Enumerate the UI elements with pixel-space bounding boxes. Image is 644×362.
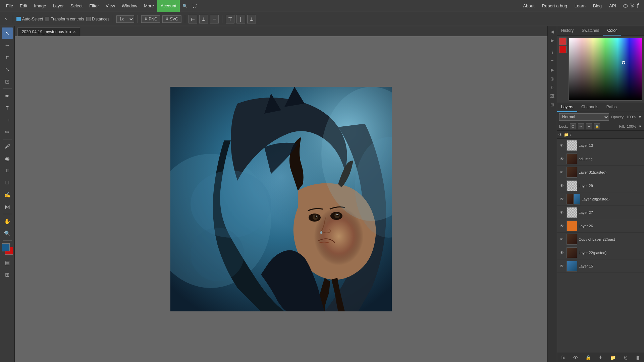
menu-file[interactable]: File — [3, 0, 16, 12]
crop-button[interactable]: ⊡ — [2, 76, 13, 87]
pen-button[interactable]: ✍ — [2, 189, 13, 200]
paths-tab[interactable]: Paths — [602, 103, 621, 112]
color-picker-canvas[interactable] — [569, 38, 642, 101]
fill-button[interactable]: ◉ — [2, 153, 13, 164]
menu-select[interactable]: Select — [67, 0, 86, 12]
png-export-button[interactable]: ⬇ PNG — [141, 15, 160, 23]
gradient-tool-button[interactable]: ▤ — [2, 257, 13, 268]
svg-export-button[interactable]: ⬇ SVG — [162, 15, 181, 23]
layer-visibility-toggle[interactable]: 👁 — [558, 263, 565, 269]
css-panel-icon[interactable]: {} — [548, 83, 556, 91]
fullscreen-icon[interactable]: ⛶ — [191, 2, 199, 10]
color-preview[interactable] — [2, 243, 13, 255]
canvas-tab[interactable]: 2020-04-19_mysterious-kra × — [17, 27, 80, 36]
layer-item[interactable]: 👁 Layer 27 — [557, 206, 644, 219]
canvas-viewport[interactable] — [15, 36, 547, 362]
distances-checkbox[interactable] — [86, 17, 91, 21]
layer-visibility-toggle[interactable]: 👁 — [558, 156, 565, 162]
layer-visibility-toggle[interactable]: 👁 — [558, 209, 565, 216]
reddit-icon[interactable]: ⬭ — [623, 2, 628, 9]
layer-copy-btn[interactable]: ⎘ — [622, 354, 629, 361]
menu-report-bug[interactable]: Report a bug — [539, 0, 571, 12]
folder-path-icon[interactable]: 📁 — [564, 132, 569, 137]
lock-position-btn[interactable]: + — [586, 123, 592, 129]
zoom-tool-button[interactable]: 🔍 — [2, 228, 13, 239]
info-panel-icon[interactable]: ℹ — [548, 48, 556, 56]
swatches-tab[interactable]: Swatches — [578, 26, 603, 35]
layers-panel-icon[interactable]: ⊞ — [548, 101, 556, 109]
layers-tab[interactable]: Layers — [557, 103, 577, 112]
layer-item[interactable]: 👁 Layer 28(pasted) — [557, 192, 644, 206]
freehand-select-button[interactable]: ↔ — [2, 40, 13, 51]
expand-icon[interactable]: ▶ — [548, 36, 556, 44]
layer-item[interactable]: 👁 Layer 22(pasted) — [557, 246, 644, 259]
fill-dropdown-icon[interactable]: ▼ — [638, 124, 642, 128]
align-middle-icon[interactable]: | — [236, 15, 245, 23]
align-center-h-icon[interactable]: ⊥ — [199, 15, 208, 23]
layer-item[interactable]: 👁 Copy of Layer 22(past — [557, 233, 644, 246]
foreground-color-swatch[interactable] — [2, 243, 10, 251]
facebook-icon[interactable]: f — [637, 2, 639, 9]
layers-list[interactable]: 👁 Layer 13 👁 adjustng 👁 Layer 31(pasted) — [557, 139, 644, 353]
layer-visibility-toggle[interactable]: 👁 — [558, 223, 565, 229]
align-right-icon[interactable]: ⊣ — [210, 15, 219, 23]
menu-view[interactable]: View — [102, 0, 118, 12]
image-panel-icon[interactable]: 🖼 — [548, 92, 556, 100]
menu-learn[interactable]: Learn — [571, 0, 589, 12]
blend-mode-select[interactable]: Normal Multiply Screen Overlay — [559, 113, 609, 121]
menu-window[interactable]: Window — [118, 0, 141, 12]
layer-item[interactable]: 👁 Layer 15 — [557, 259, 644, 273]
layer-visibility-toggle[interactable]: 👁 — [558, 142, 565, 149]
align-bottom-icon[interactable]: ⊥ — [247, 15, 256, 23]
auto-select-checkbox[interactable] — [16, 17, 21, 21]
calligraphy-button[interactable]: ✏ — [2, 126, 13, 138]
lasso-button[interactable]: ⌗ — [2, 52, 13, 63]
fg-color-swatch[interactable] — [559, 38, 567, 45]
menu-layer[interactable]: Layer — [50, 0, 67, 12]
layer-visibility-toggle[interactable]: 👁 — [558, 249, 565, 256]
layer-delete-btn[interactable]: 🗑 — [635, 354, 641, 361]
twitter-icon[interactable]: 𝕏 — [630, 2, 635, 10]
close-tab-button[interactable]: × — [73, 29, 76, 35]
layer-item[interactable]: 👁 Layer 26 — [557, 219, 644, 233]
layer-effects-btn[interactable]: fx — [560, 354, 567, 361]
smudge-button[interactable]: ≋ — [2, 165, 13, 176]
layer-item[interactable]: 👁 Layer 29 — [557, 179, 644, 192]
layer-visibility-btn[interactable]: 👁 — [572, 354, 579, 361]
search-icon[interactable]: 🔍 — [181, 2, 189, 10]
menu-image[interactable]: Image — [31, 0, 49, 12]
lock-transparent-btn[interactable]: ⬡ — [570, 123, 576, 129]
zoom-select[interactable]: 1x 2x 0.5x — [116, 15, 134, 23]
layer-folder-btn[interactable]: 📁 — [610, 354, 616, 361]
text-button[interactable]: T — [2, 102, 13, 114]
layer-item[interactable]: 👁 Layer 31(pasted) — [557, 166, 644, 179]
menu-api[interactable]: API — [606, 0, 620, 12]
history-tab[interactable]: History — [557, 26, 578, 35]
layer-visibility-toggle[interactable]: 👁 — [558, 236, 565, 243]
align-top-icon[interactable]: ⊤ — [226, 15, 234, 23]
color-tab[interactable]: Color — [603, 26, 621, 36]
menu-edit[interactable]: Edit — [16, 0, 31, 12]
multibrush-button[interactable]: ⋈ — [2, 201, 13, 213]
play-panel-icon[interactable]: ▶ — [548, 66, 556, 74]
channels-tab[interactable]: Channels — [577, 103, 602, 112]
brush-button[interactable]: 🖌 — [2, 141, 13, 152]
menu-filter[interactable]: Filter — [86, 0, 102, 12]
lock-paint-btn[interactable]: ✏ — [578, 123, 584, 129]
text-vertical-button[interactable]: T — [2, 114, 13, 126]
menu-blog[interactable]: Blog — [590, 0, 605, 12]
opacity-dropdown-icon[interactable]: ▼ — [638, 115, 642, 119]
select-tool-button[interactable]: ↖ — [2, 27, 13, 39]
list-panel-icon[interactable]: ≡ — [548, 57, 556, 65]
layer-item[interactable]: 👁 Layer 13 — [557, 139, 644, 152]
layer-visibility-toggle[interactable]: 👁 — [558, 196, 565, 202]
menu-about[interactable]: About — [520, 0, 538, 12]
layer-lock-btn[interactable]: 🔒 — [585, 354, 591, 361]
align-left-icon[interactable]: ⊢ — [189, 15, 197, 23]
transform-controls-checkbox[interactable] — [45, 17, 49, 21]
layer-visibility-toggle[interactable]: 👁 — [558, 169, 565, 176]
bg-color-swatch[interactable] — [559, 46, 567, 53]
eyedropper-button[interactable]: ✒ — [2, 90, 13, 102]
eye-path-icon[interactable]: 👁 — [558, 132, 562, 137]
pattern-button[interactable]: ⊞ — [2, 269, 13, 280]
